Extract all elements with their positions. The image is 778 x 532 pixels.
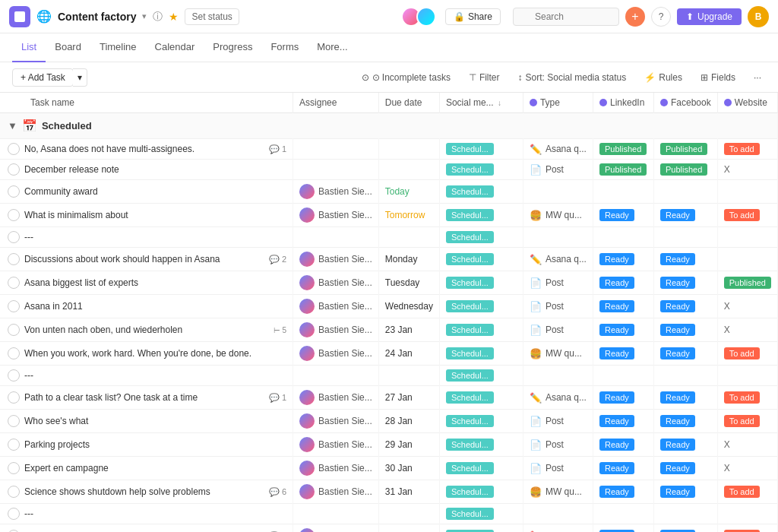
app-icon[interactable] xyxy=(9,6,30,27)
help-button[interactable]: ? xyxy=(651,7,671,27)
due-date: 30 Jan xyxy=(385,463,413,473)
type-cell: 📄Post xyxy=(530,277,587,289)
assignee-avatar xyxy=(299,390,315,405)
status-badge: X xyxy=(724,301,730,312)
tab-forms[interactable]: Forms xyxy=(261,33,308,62)
task-name-cell: Parking projects xyxy=(0,433,293,457)
assignee: Bastien Sie... xyxy=(299,484,372,499)
task-checkbox[interactable] xyxy=(8,231,20,243)
sub-navigation: List Board Timeline Calendar Progress Fo… xyxy=(0,33,778,62)
set-status-button[interactable]: Set status xyxy=(185,8,239,25)
due-date-cell xyxy=(378,160,439,180)
assignee-avatar xyxy=(299,184,315,199)
share-label: Share xyxy=(468,11,492,22)
section-collapse-icon[interactable]: ▼ xyxy=(8,120,17,131)
website-cell xyxy=(717,504,777,524)
task-name: Community award xyxy=(24,186,286,197)
incomplete-tasks-filter[interactable]: ⊙ ⊙ Incomplete tasks xyxy=(357,70,455,85)
task-name-cell: Path to a clear task list? One task at a… xyxy=(0,386,293,410)
add-task-button[interactable]: + Add Task xyxy=(12,68,74,87)
due-date: 31 Jan xyxy=(385,486,413,497)
assignee-avatar xyxy=(299,275,315,290)
table-row: What is minimalism about Bastien Sie... … xyxy=(0,204,778,227)
search-input[interactable] xyxy=(513,8,619,26)
type-cell: 📄Post xyxy=(530,439,587,451)
type-cell-col: 🍔MW qu... xyxy=(523,204,593,227)
task-checkbox[interactable] xyxy=(8,324,20,336)
linkedin-cell xyxy=(593,504,653,524)
user-avatar[interactable]: B xyxy=(748,6,769,27)
status-badge: Ready xyxy=(599,439,634,451)
task-checkbox[interactable] xyxy=(8,209,20,221)
add-task-dropdown[interactable]: ▾ xyxy=(73,68,87,87)
fields-icon: ⊞ xyxy=(701,72,708,83)
linkedin-cell: Ready xyxy=(593,295,653,318)
sort-button[interactable]: ↕ Sort: Social media status xyxy=(514,70,631,85)
task-name: Path to a clear task list? One task at a… xyxy=(24,392,264,403)
title-dropdown-arrow[interactable]: ▾ xyxy=(142,11,147,21)
tab-timeline[interactable]: Timeline xyxy=(90,33,146,62)
task-name: Parking projects xyxy=(24,439,286,450)
task-name: What is minimalism about xyxy=(24,210,286,220)
filter-button[interactable]: ⊤ Filter xyxy=(464,70,504,85)
task-checkbox[interactable] xyxy=(8,163,20,176)
type-cell: ✏️Asana q... xyxy=(530,392,587,404)
task-name-cell: --- xyxy=(0,227,293,248)
due-date-cell: 29 Jan xyxy=(378,433,439,457)
rules-button[interactable]: ⚡ Rules xyxy=(640,70,687,85)
task-checkbox[interactable] xyxy=(8,462,20,474)
assignee-cell xyxy=(293,227,379,248)
task-checkbox[interactable] xyxy=(8,253,20,265)
tab-progress[interactable]: Progress xyxy=(204,33,261,62)
task-checkbox[interactable] xyxy=(8,415,20,427)
linkedin-cell: Ready xyxy=(593,248,653,271)
table-row: Von unten nach oben, und wiederholen ⊢ 5… xyxy=(0,318,778,342)
due-date: 28 Jan xyxy=(385,416,413,426)
assignee-cell: Bastien Sie... xyxy=(293,295,379,318)
lock-icon: 🔒 xyxy=(454,11,465,22)
type-cell-col: 📄Post xyxy=(523,160,593,180)
info-icon[interactable]: ⓘ xyxy=(153,10,163,24)
add-button[interactable]: + xyxy=(625,7,645,27)
col-header-social-media[interactable]: Social me... ↓ xyxy=(439,93,523,113)
task-checkbox[interactable] xyxy=(8,439,20,451)
task-checkbox[interactable] xyxy=(8,185,20,198)
upgrade-button[interactable]: ⬆ Upgrade xyxy=(677,8,742,25)
linkedin-cell: Published xyxy=(593,160,653,180)
task-checkbox[interactable] xyxy=(8,347,20,359)
tab-more[interactable]: More... xyxy=(308,33,356,62)
task-checkbox[interactable] xyxy=(8,369,20,382)
due-date-cell: 24 Jan xyxy=(378,342,439,366)
task-checkbox[interactable] xyxy=(8,277,20,289)
share-button[interactable]: 🔒 Share xyxy=(445,8,501,25)
task-checkbox[interactable] xyxy=(8,143,20,155)
fields-button[interactable]: ⊞ Fields xyxy=(696,70,740,85)
social-status-badge: Schedul... xyxy=(446,391,494,404)
assignee: Bastien Sie... xyxy=(299,528,372,532)
status-badge: Ready xyxy=(599,462,634,474)
status-badge: Ready xyxy=(660,486,695,498)
website-cell: X xyxy=(717,160,777,180)
task-checkbox[interactable] xyxy=(8,391,20,404)
task-checkbox[interactable] xyxy=(8,300,20,312)
status-badge: Ready xyxy=(599,347,634,359)
tab-board[interactable]: Board xyxy=(46,33,90,62)
section-emoji: 📅 xyxy=(22,119,37,133)
website-cell: To add xyxy=(717,204,777,227)
task-checkbox[interactable] xyxy=(8,486,20,498)
assignee-cell xyxy=(293,366,379,386)
status-badge: X xyxy=(724,463,730,473)
tab-list[interactable]: List xyxy=(12,33,46,62)
social-status-cell: Schedul... xyxy=(439,410,523,433)
col-header-facebook: Facebook xyxy=(653,93,717,113)
type-icon: 📄 xyxy=(530,416,542,427)
assignee-cell: Bastien Sie... xyxy=(293,457,379,480)
linkedin-cell: Ready xyxy=(593,342,653,366)
task-name: Science shows shutdown help solve proble… xyxy=(24,486,264,497)
more-options-button[interactable]: ··· xyxy=(749,70,766,85)
tab-calendar[interactable]: Calendar xyxy=(146,33,204,62)
task-checkbox[interactable] xyxy=(8,508,20,520)
type-cell-col: 📄Post xyxy=(523,271,593,295)
star-icon[interactable]: ★ xyxy=(169,11,179,23)
task-name: --- xyxy=(24,232,286,242)
